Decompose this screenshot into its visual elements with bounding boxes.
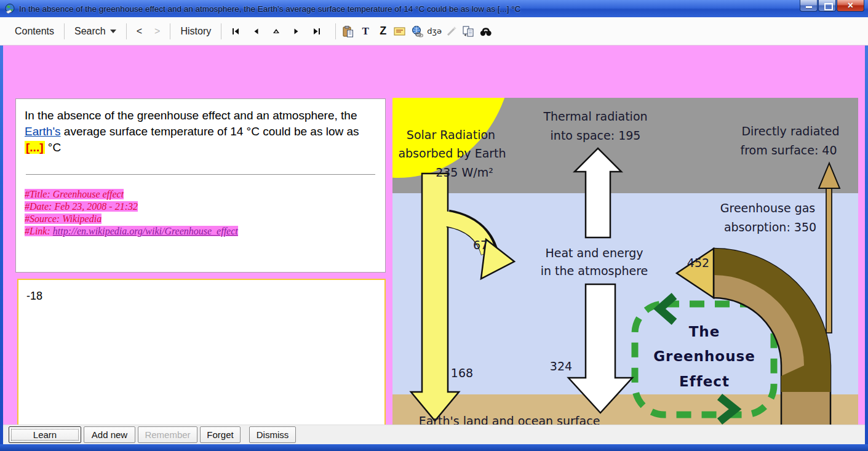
value-168: 168 xyxy=(451,366,473,380)
z-format-button[interactable]: Z xyxy=(375,23,391,39)
back-button[interactable]: < xyxy=(130,22,148,41)
meta-link-url[interactable]: http://en.wikipedia.org/wiki/Greenhouse_… xyxy=(53,226,238,236)
toolbar-separator xyxy=(64,23,65,39)
paste-icon xyxy=(342,25,354,38)
meta-date: #Date: Feb 23, 2008 - 21:32 xyxy=(25,201,138,212)
wand-button[interactable] xyxy=(444,23,460,39)
value-67: 67 xyxy=(473,238,488,252)
note-button[interactable] xyxy=(392,23,408,39)
hyperlink-button[interactable] xyxy=(409,23,425,39)
value-452: 452 xyxy=(687,256,709,269)
question-text: In the absence of the greenhouse effect … xyxy=(25,108,376,156)
toolbar-separator xyxy=(221,23,221,39)
question-segment: In the absence of the greenhouse effect … xyxy=(25,109,357,122)
wand-icon xyxy=(445,25,458,38)
last-element-icon xyxy=(312,26,322,36)
reference-divider xyxy=(26,174,375,175)
previous-element-button[interactable] xyxy=(245,23,266,40)
meta-source: #Source: Wikipedia xyxy=(25,214,102,224)
question-segment: average surface temperature of 14 °C cou… xyxy=(61,125,359,138)
direct-radiation-label-2: from surface: 40 xyxy=(740,143,837,157)
maximize-button[interactable] xyxy=(818,0,836,12)
window-title: In the absence of the greenhouse effect … xyxy=(19,4,520,14)
duplicate-element-button[interactable] xyxy=(461,23,477,39)
value-324: 324 xyxy=(550,359,572,373)
question-panel[interactable]: In the absence of the greenhouse effect … xyxy=(15,98,386,273)
toolbar-separator xyxy=(335,23,336,39)
previous-element-icon xyxy=(251,26,261,36)
dismiss-button[interactable]: Dismiss xyxy=(249,426,296,443)
add-new-button[interactable]: Add new xyxy=(84,426,135,443)
solar-radiation-label-3: 235 W/m² xyxy=(436,166,493,179)
solar-radiation-label-2: absorbed by Earth xyxy=(398,146,506,160)
contents-label: Contents xyxy=(15,26,54,36)
forget-button[interactable]: Forget xyxy=(200,426,241,443)
toolbar-separator xyxy=(126,23,127,39)
title-bar: In the absence of the greenhouse effect … xyxy=(0,0,868,17)
meta-link-line: #Link: http://en.wikipedia.org/wiki/Gree… xyxy=(25,225,376,237)
hyperlink-globe-icon xyxy=(411,25,423,38)
search-button[interactable]: Search xyxy=(68,22,122,41)
reference-metadata: #Title: Greenhouse effect #Date: Feb 23,… xyxy=(25,188,376,237)
parent-element-icon xyxy=(271,26,281,36)
minimize-button[interactable] xyxy=(800,0,818,12)
remember-button: Remember xyxy=(138,426,197,443)
history-label: History xyxy=(180,26,211,36)
question-segment: °C xyxy=(45,141,62,154)
element-workspace: In the absence of the greenhouse effect … xyxy=(3,46,865,425)
first-element-icon xyxy=(231,26,241,36)
find-binoculars-icon xyxy=(479,25,493,38)
toolbar-separator xyxy=(170,23,170,39)
window-bottom-border xyxy=(0,444,868,451)
next-element-icon xyxy=(292,26,301,36)
greenhouse-box-label-2: Greenhouse xyxy=(653,348,755,364)
greenhouse-box-label-3: Effect xyxy=(679,373,730,389)
cloze-marker: [...] xyxy=(25,141,45,154)
thermal-radiation-label-2: into space: 195 xyxy=(551,129,641,142)
greenhouse-box-label-1: The xyxy=(689,324,720,340)
close-button[interactable] xyxy=(837,0,864,12)
earths-link[interactable]: Earth's xyxy=(25,125,61,138)
answer-text: -18 xyxy=(26,290,376,303)
next-element-button[interactable] xyxy=(286,23,306,40)
greenhouse-gas-label-1: Greenhouse gas xyxy=(720,201,815,215)
meta-link-label: #Link: http://en.wikipedia.org/wiki/Gree… xyxy=(25,226,238,236)
window-controls xyxy=(799,0,864,12)
meta-date-line: #Date: Feb 23, 2008 - 21:32 xyxy=(25,201,376,213)
direct-radiation-label-1: Directly radiated xyxy=(741,124,839,138)
heat-energy-label-2: in the atmosphere xyxy=(541,264,648,277)
parent-element-button[interactable] xyxy=(266,23,286,40)
last-element-button[interactable] xyxy=(306,23,327,40)
forward-button[interactable]: > xyxy=(148,22,166,41)
thermal-radiation-label-1: Thermal radiation xyxy=(543,110,647,123)
contents-button[interactable]: Contents xyxy=(9,22,60,41)
main-toolbar: Contents Search < > History T xyxy=(0,17,868,46)
phonetic-button[interactable]: dʒə xyxy=(426,23,442,39)
note-icon xyxy=(394,26,406,36)
meta-source-line: #Source: Wikipedia xyxy=(25,213,376,225)
solar-radiation-label-1: Solar Radiation xyxy=(407,128,495,142)
find-button[interactable] xyxy=(478,23,494,39)
greenhouse-gas-label-2: absorption: 350 xyxy=(724,220,816,234)
paste-button[interactable] xyxy=(340,23,356,39)
font-button[interactable]: T xyxy=(357,23,373,39)
meta-title: #Title: Greenhouse effect xyxy=(25,189,124,199)
learn-button[interactable]: Learn xyxy=(9,426,81,443)
heat-energy-label-1: Heat and energy xyxy=(545,246,643,260)
meta-title-line: #Title: Greenhouse effect xyxy=(25,188,376,201)
window-globe-icon xyxy=(4,3,15,14)
font-icon: T xyxy=(362,25,369,38)
meta-link-prefix: #Link: xyxy=(25,226,53,236)
greenhouse-diagram: Solar Radiation absorbed by Earth 235 W/… xyxy=(392,98,858,451)
chevron-down-icon xyxy=(110,30,116,33)
learnbar: Learn Add new Remember Forget Dismiss xyxy=(3,425,865,444)
z-format-icon: Z xyxy=(380,25,386,38)
history-button[interactable]: History xyxy=(174,22,217,41)
search-label: Search xyxy=(74,26,106,36)
first-element-button[interactable] xyxy=(225,23,245,40)
phonetic-icon: dʒə xyxy=(427,26,442,36)
duplicate-element-icon xyxy=(462,25,476,38)
